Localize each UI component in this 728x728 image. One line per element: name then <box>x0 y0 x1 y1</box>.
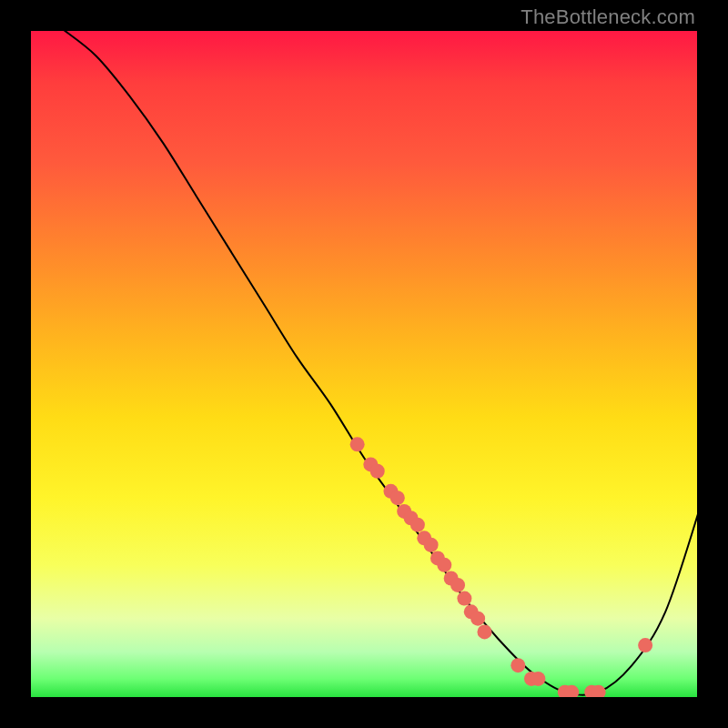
data-point-markers <box>350 437 652 699</box>
data-point <box>390 490 405 505</box>
data-point <box>450 578 465 592</box>
chart-stage: TheBottleneck.com <box>0 0 728 728</box>
chart-svg <box>29 29 699 699</box>
data-point <box>477 624 491 639</box>
plot-frame <box>29 29 699 699</box>
attribution-label: TheBottleneck.com <box>521 5 695 29</box>
bottleneck-curve <box>63 29 699 695</box>
data-point <box>424 538 439 552</box>
data-point <box>592 685 606 699</box>
data-point <box>437 558 451 572</box>
data-point <box>410 518 425 532</box>
data-point <box>564 685 579 699</box>
data-point <box>470 612 485 626</box>
data-point <box>531 672 545 686</box>
data-point <box>457 592 471 606</box>
data-point <box>370 464 385 479</box>
data-point <box>511 658 525 672</box>
data-point <box>638 638 652 652</box>
data-point <box>350 437 365 451</box>
